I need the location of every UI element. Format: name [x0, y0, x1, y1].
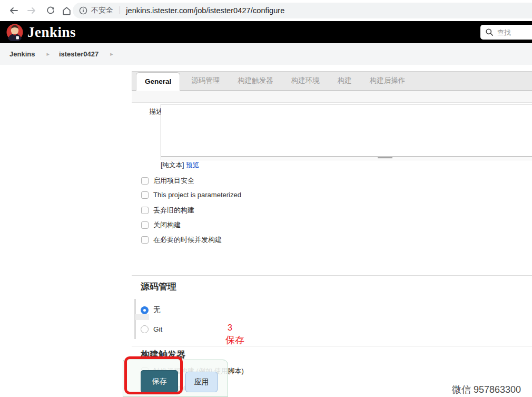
markup-hint: [纯文本] — [161, 161, 184, 169]
checkbox-label: This project is parameterized — [153, 191, 241, 199]
checkbox-row: 丢弃旧的构建 — [141, 206, 194, 215]
markup-hint-row: [纯文本] 预览 — [161, 161, 199, 170]
home-icon[interactable] — [61, 5, 72, 16]
save-button[interactable]: 保存 — [141, 370, 178, 393]
radio-row: Git — [141, 325, 162, 333]
url-text[interactable]: jenkins.istester.com/job/istester0427/co… — [126, 6, 284, 15]
radio-row: 无 — [141, 305, 161, 315]
jenkins-header: Jenkins — [0, 21, 532, 43]
jenkins-butler-logo-icon[interactable] — [6, 23, 24, 41]
textarea-resize-handle[interactable] — [161, 157, 532, 160]
annotation-step-number: 3 — [228, 323, 232, 333]
checkbox-row: This project is parameterized — [141, 191, 241, 199]
jenkins-brand-title[interactable]: Jenkins — [27, 24, 76, 41]
preview-link[interactable]: 预览 — [186, 161, 199, 169]
forward-icon[interactable] — [26, 5, 37, 16]
checkbox-project-security[interactable] — [141, 177, 149, 185]
radio-label: 无 — [153, 305, 161, 315]
checkbox-label: 启用项目安全 — [153, 176, 194, 186]
address-bar[interactable]: 不安全 | jenkins.istester.com/job/istester0… — [73, 3, 532, 18]
config-tabbar: General 源码管理 构建触发器 构建环境 构建 构建后操作 — [132, 71, 532, 91]
checkbox-row: 关闭构建 — [141, 220, 181, 230]
browser-toolbar: 不安全 | jenkins.istester.com/job/istester0… — [0, 0, 532, 21]
checkbox-parameterized[interactable] — [141, 191, 149, 199]
scm-section-title: 源码管理 — [141, 280, 176, 293]
header-search-box[interactable] — [480, 25, 532, 40]
info-icon[interactable] — [79, 6, 87, 15]
checkbox-row: 启用项目安全 — [141, 176, 194, 186]
checkbox-concurrent-builds[interactable] — [141, 236, 149, 244]
breadcrumb: Jenkins ▸ istester0427 ▸ — [0, 43, 532, 65]
apply-button[interactable]: 应用 — [185, 372, 218, 392]
checkbox-row: 在必要的时候并发构建 — [141, 235, 222, 245]
chevron-right-icon: ▸ — [46, 51, 50, 57]
description-textarea[interactable] — [161, 104, 532, 157]
radio-scm-none[interactable] — [141, 306, 149, 314]
section-divider — [132, 346, 532, 346]
radio-label: Git — [153, 325, 162, 333]
triggers-section-title: 构建触发器 — [141, 348, 185, 361]
annotation-step-label: 保存 — [225, 334, 244, 346]
form-table-shade — [135, 314, 149, 320]
breadcrumb-item-job[interactable]: istester0427 — [59, 50, 98, 58]
tab-build[interactable]: 构建 — [329, 71, 361, 90]
section-divider — [132, 275, 532, 276]
tab-post-build[interactable]: 构建后操作 — [361, 71, 415, 90]
checkbox-disable-build[interactable] — [141, 221, 149, 229]
breadcrumb-item-jenkins[interactable]: Jenkins — [9, 50, 35, 58]
checkbox-discard-old-builds[interactable] — [141, 207, 149, 214]
grip-icon — [378, 157, 392, 159]
watermark-text: 微信 957863300 — [452, 383, 521, 396]
reload-icon[interactable] — [45, 5, 56, 16]
tab-build-environment[interactable]: 构建环境 — [282, 71, 329, 90]
back-icon[interactable] — [8, 5, 19, 16]
url-separator: | — [119, 5, 121, 15]
checkbox-label: 关闭构建 — [153, 220, 181, 230]
tab-panel-top-strip — [132, 91, 532, 103]
radio-scm-git[interactable] — [141, 325, 149, 333]
tab-scm[interactable]: 源码管理 — [182, 71, 229, 90]
security-label[interactable]: 不安全 — [91, 6, 113, 15]
tab-build-triggers[interactable]: 构建触发器 — [229, 71, 282, 90]
checkbox-label: 在必要的时候并发构建 — [153, 235, 222, 245]
chevron-right-icon: ▸ — [110, 51, 113, 57]
checkbox-label: 丢弃旧的构建 — [153, 206, 194, 215]
search-input[interactable] — [497, 28, 532, 36]
search-icon — [485, 28, 494, 36]
tab-general[interactable]: General — [136, 72, 180, 91]
